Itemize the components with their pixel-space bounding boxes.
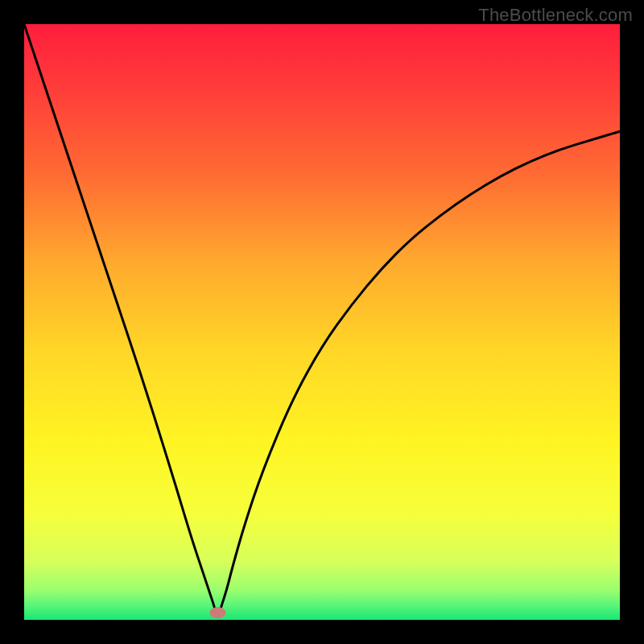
chart-frame: TheBottleneck.com <box>0 0 644 644</box>
chart-svg <box>24 24 620 620</box>
plot-area <box>24 24 620 620</box>
gradient-background <box>24 24 620 620</box>
watermark-text: TheBottleneck.com <box>478 5 633 26</box>
optimum-marker <box>210 607 226 618</box>
